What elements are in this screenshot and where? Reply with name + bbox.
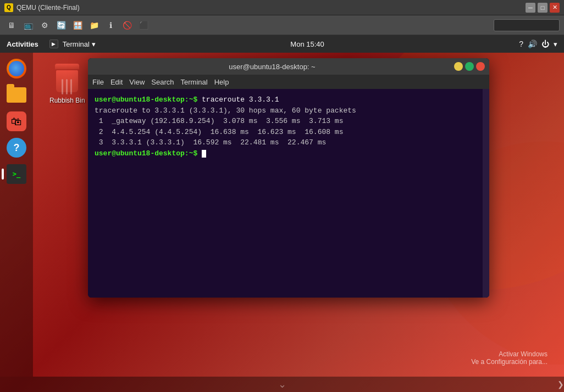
ubuntu-main: 🛍 ? >_ <box>0 53 564 377</box>
terminal-title: user@ubuntu18-desktop: ~ <box>92 63 452 71</box>
dock-item-terminal[interactable]: >_ <box>5 163 28 186</box>
qemu-tool-monitor[interactable]: 🖥 <box>4 18 19 32</box>
terminal-line-2: traceroute to 3.3.3.1 (3.3.3.1), 30 hops… <box>95 105 483 116</box>
qemu-window: Q QEMU (Cliente-Final) ─ □ ✕ 🖥 📺 ⚙ 🔄 🪟 📁… <box>0 0 564 392</box>
activate-windows-watermark: Activar Windows Ve a Configuración para.… <box>471 350 548 366</box>
activate-windows-line2: Ve a Configuración para... <box>471 358 548 366</box>
terminal-titlebar: user@ubuntu18-desktop: ~ <box>88 58 489 75</box>
terminal-window: user@ubuntu18-desktop: ~ File Edit View … <box>88 58 489 298</box>
qemu-titlebar: Q QEMU (Cliente-Final) ─ □ ✕ <box>0 0 564 15</box>
bin-line-3 <box>70 79 72 94</box>
terminal-close-button[interactable] <box>476 62 485 71</box>
terminal-cmd-1: traceroute 3.3.3.1 <box>197 96 279 104</box>
terminal-line-5: 3 3.3.3.1 (3.3.3.1) 16.592 ms 22.481 ms … <box>95 137 483 148</box>
ubuntu-environment: Activities ▶ Terminal ▾ Mon 15:40 ? 🔊 ⏻ … <box>0 35 564 392</box>
gnome-terminal-menu-arrow-icon: ▾ <box>92 40 96 48</box>
taskbar-right-arrow-icon[interactable]: ❯ <box>557 380 564 389</box>
gnome-terminal-icon: ▶ <box>49 40 58 48</box>
qemu-tool-view[interactable]: 📺 <box>21 18 35 32</box>
dock-item-firefox[interactable] <box>5 57 28 80</box>
terminal-menu-view[interactable]: View <box>129 78 145 86</box>
terminal-prompt-2: user@ubuntu18-desktop:~$ <box>95 149 197 158</box>
gnome-power-icon[interactable]: ⏻ <box>541 40 549 48</box>
terminal-menu-terminal[interactable]: Terminal <box>181 78 208 86</box>
terminal-line-6: user@ubuntu18-desktop:~$ <box>95 148 483 159</box>
ubuntu-dock: 🛍 ? >_ <box>0 53 33 377</box>
terminal-dock-icon: >_ <box>7 164 26 184</box>
help-icon: ? <box>7 138 26 158</box>
qemu-search-input[interactable] <box>494 19 560 31</box>
gnome-terminal-menu-label: Terminal <box>63 40 90 48</box>
terminal-line-3: 1 _gateway (192.168.9.254) 3.078 ms 3.55… <box>95 116 483 127</box>
gnome-terminal-menu[interactable]: ▶ Terminal ▾ <box>49 40 96 48</box>
gnome-clock[interactable]: Mon 15:40 <box>96 40 519 48</box>
qemu-maximize-button[interactable]: □ <box>538 3 548 13</box>
terminal-line-4: 2 4.4.5.254 (4.4.5.254) 16.638 ms 16.623… <box>95 127 483 138</box>
activate-windows-line1: Activar Windows <box>471 350 548 358</box>
firefox-icon <box>7 59 26 79</box>
bin-lid <box>55 64 79 69</box>
gnome-systray-arrow-icon: ▾ <box>554 40 557 48</box>
terminal-menubar: File Edit View Search Terminal Help <box>88 75 489 89</box>
bin-line-2 <box>66 79 68 94</box>
qemu-window-controls: ─ □ ✕ <box>526 3 560 13</box>
files-icon <box>7 87 26 103</box>
rubbish-bin[interactable]: Rubbish Bin <box>49 64 85 104</box>
qemu-tool-stop[interactable]: 🚫 <box>120 18 134 32</box>
terminal-menu-help[interactable]: Help <box>214 78 229 86</box>
qemu-tool-settings[interactable]: ⚙ <box>37 18 52 32</box>
terminal-scrollbar[interactable] <box>483 89 489 298</box>
terminal-cursor-space <box>197 149 202 158</box>
dock-item-files[interactable] <box>5 83 28 107</box>
bin-line-1 <box>62 79 63 94</box>
terminal-menu-edit[interactable]: Edit <box>110 78 123 86</box>
qemu-tool-window[interactable]: 🪟 <box>70 18 85 32</box>
terminal-maximize-button[interactable] <box>465 62 474 71</box>
qemu-tool-folder[interactable]: 📁 <box>87 18 101 32</box>
terminal-body[interactable]: user@ubuntu18-desktop:~$ traceroute 3.3.… <box>88 89 489 298</box>
terminal-minimize-button[interactable] <box>454 62 463 71</box>
gnome-accessibility-icon[interactable]: ? <box>519 40 523 48</box>
terminal-menu-search[interactable]: Search <box>151 78 174 86</box>
dock-item-help[interactable]: ? <box>5 136 28 159</box>
gnome-topbar: Activities ▶ Terminal ▾ Mon 15:40 ? 🔊 ⏻ … <box>0 35 564 53</box>
rubbish-bin-icon <box>54 64 80 94</box>
ubuntu-taskbar: ⌄ ❯ <box>0 377 564 392</box>
gnome-sound-icon[interactable]: 🔊 <box>528 40 537 48</box>
qemu-tool-refresh[interactable]: 🔄 <box>54 18 68 32</box>
qemu-title: QEMU (Cliente-Final) <box>16 4 526 12</box>
software-icon: 🛍 <box>7 111 26 131</box>
terminal-cursor <box>202 150 206 158</box>
qemu-toolbar: 🖥 📺 ⚙ 🔄 🪟 📁 ℹ 🚫 ⬛ <box>0 15 564 35</box>
qemu-icon: Q <box>4 3 13 12</box>
rubbish-bin-label: Rubbish Bin <box>49 97 85 104</box>
qemu-close-button[interactable]: ✕ <box>550 3 560 13</box>
terminal-line-1: user@ubuntu18-desktop:~$ traceroute 3.3.… <box>95 94 483 105</box>
terminal-prompt-1: user@ubuntu18-desktop:~$ <box>95 96 197 104</box>
gnome-systray: ? 🔊 ⏻ ▾ <box>519 40 557 48</box>
taskbar-scroll-indicator: ⌄ <box>278 378 286 390</box>
qemu-tool-info[interactable]: ℹ <box>103 18 118 32</box>
bin-lines <box>62 79 72 94</box>
ubuntu-desktop: Rubbish Bin user@ubuntu18-desktop: ~ Fil… <box>33 53 564 377</box>
dock-item-software[interactable]: 🛍 <box>5 110 28 133</box>
qemu-tool-misc[interactable]: ⬛ <box>136 18 151 32</box>
gnome-activities-button[interactable]: Activities <box>7 40 38 48</box>
qemu-minimize-button[interactable]: ─ <box>526 3 535 13</box>
bin-body <box>56 70 78 92</box>
terminal-menu-file[interactable]: File <box>92 78 104 86</box>
